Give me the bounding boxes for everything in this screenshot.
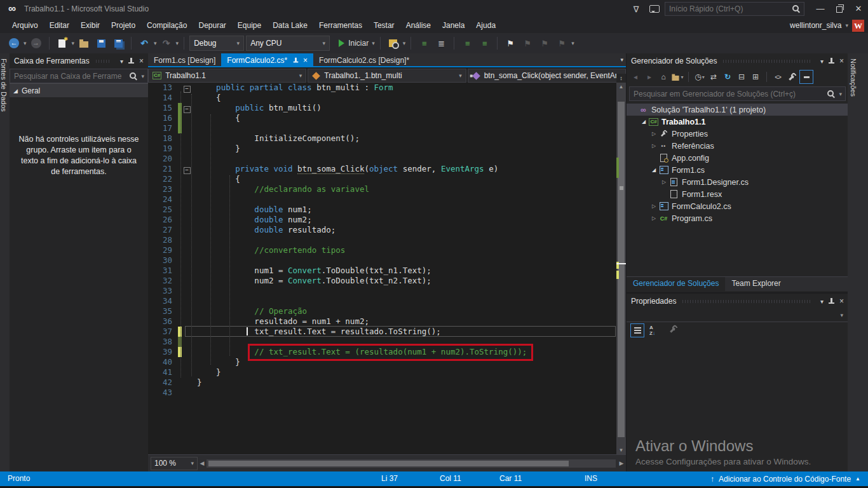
menu-item-arquivo[interactable]: Arquivo	[6, 18, 44, 33]
code-line-33[interactable]: 33	[148, 286, 616, 296]
code-line-28[interactable]: 28	[148, 235, 616, 245]
toolbox-header[interactable]: Caixa de Ferramentas ▾ ×	[10, 53, 148, 69]
open-file-button[interactable]	[76, 36, 92, 50]
show-all-files-button[interactable]: ⊞	[749, 71, 762, 83]
collapsed-arrow-icon[interactable]: ▷	[649, 143, 658, 149]
clear-bookmarks-button[interactable]: ⚑	[554, 36, 569, 50]
code-text[interactable]: {	[192, 113, 616, 123]
minimize-button[interactable]: —	[811, 1, 830, 17]
code-text[interactable]: // txt_result.Text = (resultado(num1 + n…	[192, 347, 616, 357]
collapse-box-icon[interactable]: −	[184, 167, 191, 174]
pin-icon[interactable]	[829, 297, 834, 305]
window-position-dropdown-icon[interactable]: ▾	[820, 298, 824, 305]
code-text[interactable]: }	[192, 377, 616, 388]
tab-well-dropdown-icon[interactable]: ▾	[620, 53, 626, 67]
close-icon[interactable]: ×	[839, 57, 844, 65]
pending-changes-filter-button[interactable]: ◷▾	[693, 71, 706, 83]
code-text[interactable]: // Operação	[192, 306, 616, 316]
search-options-dropdown-icon[interactable]: ▾	[141, 73, 144, 79]
zoom-level-combo[interactable]: 100 % ▾	[151, 457, 198, 470]
collapse-box-icon[interactable]: −	[184, 106, 191, 113]
menu-item-equipe[interactable]: Equipe	[232, 18, 267, 33]
scroll-right-arrow[interactable]: ▶	[617, 460, 626, 466]
code-line-13[interactable]: 13−public partial class btn_multi : Form	[148, 83, 616, 93]
code-line-29[interactable]: 29//convertendo tipos	[148, 245, 616, 255]
member-dropdown[interactable]: btn_soma_Click(object sender, EventArg ▾	[468, 69, 626, 83]
code-line-41[interactable]: 41}	[148, 367, 616, 377]
code-text[interactable]	[192, 255, 616, 266]
undo-dropdown-icon[interactable]: ▾	[154, 40, 157, 46]
collapsed-arrow-icon[interactable]: ▷	[649, 215, 658, 221]
outlining-margin[interactable]: −	[182, 103, 192, 113]
code-line-35[interactable]: 35// Operação	[148, 306, 616, 316]
tree-item-form1-designer-cs[interactable]: ▷Form1.Designer.cs	[627, 176, 848, 188]
code-text[interactable]: }	[192, 367, 616, 377]
categorized-view-button[interactable]	[630, 323, 644, 337]
code-line-16[interactable]: 16{	[148, 113, 616, 123]
find-dropdown-icon[interactable]: ▾	[403, 40, 406, 46]
code-text[interactable]: {	[192, 174, 616, 184]
tree-item-form1-resx[interactable]: Form1.resx	[627, 188, 848, 200]
user-dropdown-icon[interactable]: ▾	[845, 22, 848, 29]
tab-team-explorer[interactable]: Team Explorer	[725, 277, 787, 291]
code-line-36[interactable]: 36resultado = num1 + num2;	[148, 316, 616, 327]
editor-tab-form1-cs-design[interactable]: Form1.cs [Design]	[148, 53, 221, 67]
code-line-32[interactable]: 32num2 = Convert.ToDouble(txt_n2.Text);	[148, 276, 616, 286]
pin-icon[interactable]	[829, 57, 834, 65]
menu-item-compilacao[interactable]: Compilação	[141, 18, 193, 33]
code-line-34[interactable]: 34	[148, 296, 616, 306]
vertical-scrollbar[interactable]: ↕ ▲ ▼	[616, 83, 626, 455]
toggle-bookmark-button[interactable]: ⚑	[503, 36, 518, 50]
window-position-dropdown-icon[interactable]: ▾	[820, 58, 824, 65]
scroll-down-arrow[interactable]: ▼	[616, 446, 626, 455]
window-position-dropdown-icon[interactable]: ▾	[120, 58, 123, 65]
expanded-arrow-icon[interactable]: ◢	[649, 167, 658, 173]
menu-item-ferramentas[interactable]: Ferramentas	[313, 18, 368, 33]
quick-launch-input[interactable]	[665, 4, 789, 13]
new-project-button[interactable]	[55, 36, 70, 50]
code-text[interactable]	[192, 154, 616, 164]
tree-item-solucao-trabalho1-1-1-projeto[interactable]: ∞Solução 'Trabalho1.1' (1 projeto)	[627, 104, 848, 116]
code-text[interactable]	[192, 296, 616, 306]
redo-dropdown-icon[interactable]: ▾	[176, 40, 179, 46]
start-dropdown-icon[interactable]: ▾	[372, 40, 375, 46]
code-line-26[interactable]: 26double num2;	[148, 215, 616, 225]
start-debugging-button[interactable]: Iniciar	[337, 36, 370, 50]
code-text[interactable]	[192, 123, 616, 133]
code-text[interactable]: //convertendo tipos	[192, 245, 616, 255]
code-text[interactable]: InitializeComponent();	[192, 133, 616, 144]
scroll-left-arrow[interactable]: ◀	[198, 460, 207, 466]
close-button[interactable]: ✕	[849, 1, 868, 17]
code-text[interactable]: double num1;	[192, 205, 616, 215]
code-line-31[interactable]: 31num1 = Convert.ToDouble(txt_n1.Text);	[148, 266, 616, 276]
code-line-39[interactable]: 39// txt_result.Text = (resultado(num1 +…	[148, 347, 616, 357]
code-text[interactable]: {	[192, 93, 616, 103]
menu-item-data-lake[interactable]: Data Lake	[267, 18, 313, 33]
code-text[interactable]: public partial class btn_multi : Form	[192, 83, 616, 93]
collapsed-arrow-icon[interactable]: ▷	[649, 131, 658, 137]
restore-button[interactable]	[830, 1, 849, 17]
forward-button[interactable]: ▸	[643, 71, 656, 83]
toolbox-search-box[interactable]: ▾	[10, 69, 148, 83]
pin-icon[interactable]	[128, 57, 134, 65]
horizontal-scrollbar[interactable]	[207, 459, 616, 468]
close-icon[interactable]: ×	[839, 297, 844, 306]
bookmark-dropdown-icon[interactable]: ▾	[571, 40, 574, 46]
alphabetical-sort-button[interactable]: AZ↓	[649, 325, 655, 336]
tree-item-referencias[interactable]: ▷▪▪Referências	[627, 140, 848, 152]
undo-button[interactable]: ↶	[137, 36, 152, 50]
collapsed-arrow-icon[interactable]: ▷	[649, 203, 658, 209]
code-line-17[interactable]: 17	[148, 123, 616, 133]
code-line-25[interactable]: 25double num1;	[148, 205, 616, 215]
code-line-27[interactable]: 27double resultado;	[148, 225, 616, 235]
code-text[interactable]	[192, 286, 616, 296]
find-in-files-button[interactable]	[386, 36, 401, 50]
solution-configuration-combo[interactable]: Debug▾	[189, 36, 244, 51]
collapsed-arrow-icon[interactable]: ▷	[660, 179, 668, 185]
home-button[interactable]: ⌂	[657, 71, 670, 83]
tree-item-form1-cs[interactable]: ◢Form1.cs	[627, 164, 848, 176]
tab-solution-explorer[interactable]: Gerenciador de Soluções	[627, 277, 725, 291]
close-icon[interactable]: ×	[303, 54, 308, 67]
navigate-back-dropdown-icon[interactable]: ▾	[24, 40, 27, 46]
code-text[interactable]	[192, 194, 616, 205]
